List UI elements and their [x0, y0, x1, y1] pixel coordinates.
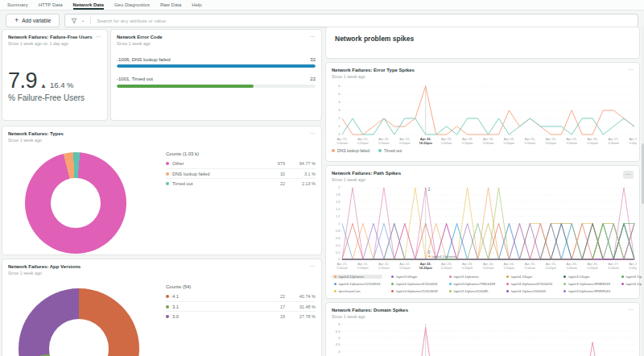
legend-label: /api/v4.1/login	[511, 275, 533, 279]
svg-text:5:00pm: 5:00pm	[545, 141, 556, 145]
legend-dot-icon	[391, 283, 394, 285]
legend-dot-icon	[621, 275, 624, 278]
bar-value: 22	[310, 77, 316, 81]
svg-text:5:00pm: 5:00pm	[462, 141, 473, 145]
panel-title: Network Failures: Path Spikes	[332, 171, 401, 176]
svg-text:3: 3	[338, 108, 341, 112]
tab-help[interactable]: Help	[192, 0, 201, 10]
panel-title: Network Failures: Types	[8, 131, 64, 136]
search-bar[interactable]: ⌄	[64, 14, 638, 27]
delta-value: 16.4 %	[50, 81, 74, 89]
legend-item[interactable]: Timed out	[378, 148, 402, 153]
legend-item[interactable]: /api/v3.0/phones/79824438	[447, 282, 497, 286]
legend-item[interactable]: /api/v3.1/phones	[447, 275, 497, 279]
tab-geo-diagnostics[interactable]: Geo Diagnostics	[114, 0, 150, 10]
legend-label: /api/v3.1/plans/100085	[453, 289, 488, 293]
toolbar: + Add variable ⌄	[0, 10, 644, 28]
svg-text:5:00pm: 5:00pm	[587, 141, 598, 145]
legend-label: /api/v3.0/phones/99999543	[568, 289, 610, 293]
legend-item[interactable]: /api/v3.0/phones/67424431	[504, 282, 555, 286]
legend-dot-icon	[564, 275, 566, 278]
row-percent: 40.74 %	[285, 294, 316, 299]
row-percent: 2.13 %	[285, 181, 316, 186]
panel-menu-icon[interactable]: ⋯	[310, 35, 316, 39]
delta-up-icon: ▲	[40, 82, 47, 89]
panel-menu-icon[interactable]: ⋯	[310, 264, 316, 269]
svg-text:Apr 26,: Apr 26,	[567, 262, 577, 266]
series-line	[342, 223, 634, 259]
table-row[interactable]: Other97994.77 %	[166, 159, 316, 168]
svg-text:5:00pm: 5:00pm	[357, 266, 369, 270]
svg-text:0.4: 0.4	[336, 242, 341, 246]
row-label: 4.1	[172, 294, 262, 299]
legend-item[interactable]: /api/v4.1/phones/67424431	[389, 282, 440, 286]
legend-item[interactable]: /api/v3.0/login	[389, 275, 440, 279]
row-label: 3.1	[172, 304, 262, 309]
svg-text:Apr 23,: Apr 23,	[462, 262, 473, 266]
table-row[interactable]: DNS lookup failed323.1 %	[166, 168, 316, 178]
bar-row[interactable]: -1006, DNS lookup failed32	[117, 57, 316, 68]
panel-subtitle: Since 1 week ago vs. 1 day ago	[8, 41, 93, 46]
series-line	[342, 223, 634, 259]
add-variable-button[interactable]: + Add variable	[6, 14, 60, 27]
panel-domain-spikes: Network Failures: Domain Spikes Since 1 …	[325, 302, 640, 356]
svg-text:5:00pm: 5:00pm	[357, 141, 369, 145]
bar-row[interactable]: -1001, Timed out22	[117, 77, 316, 88]
svg-text:4: 4	[338, 349, 341, 353]
legend-item[interactable]: /api/v4.1/phones	[332, 275, 382, 279]
table-row[interactable]: 3.01527.78 %	[166, 311, 316, 321]
filter-icon[interactable]	[71, 18, 77, 24]
legend-item[interactable]: /api/v3.1/phones/99989439	[561, 282, 612, 286]
legend-dot-icon	[166, 305, 169, 308]
legend-label: Timed out	[384, 148, 402, 153]
bar-fill	[117, 64, 316, 68]
legend-item[interactable]: /api/v3.1/plans/100043	[504, 289, 555, 293]
panel-menu-icon[interactable]: ⋯	[310, 131, 316, 136]
legend-dot-icon	[166, 315, 169, 318]
chevron-down-icon[interactable]: ⌄	[80, 18, 85, 23]
table-row[interactable]: 4.12240.74 %	[166, 292, 316, 301]
legend-dot-icon	[449, 283, 452, 285]
panel-network-error-code: Network Error Code Since 1 week ago ⋯ -1…	[110, 29, 322, 121]
chart-legend: DNS lookup failedTimed out	[332, 148, 634, 153]
svg-text:Apr 21,: Apr 21,	[336, 137, 347, 141]
legend-item[interactable]: /api/v3.1/plans/100001	[619, 282, 644, 286]
legend-item[interactable]: /purchaseCart	[332, 289, 382, 293]
legend-label: /api/v3.1/phones	[453, 275, 479, 279]
bar-label: -1006, DNS lookup failed	[117, 57, 171, 62]
panel-menu-icon[interactable]: ⋯	[628, 308, 634, 313]
legend-label: /api/v3.0/phones/12324633	[396, 289, 438, 293]
legend-item[interactable]: /api/v4.1/login	[504, 275, 555, 279]
tab-summary[interactable]: Summary	[7, 0, 28, 10]
panel-subtitle: Since 1 week ago	[332, 74, 415, 79]
svg-text:1.8: 1.8	[336, 192, 341, 197]
series-line	[342, 223, 634, 259]
legend-item[interactable]: /api/v3.1/plans/100085	[447, 289, 497, 293]
tab-raw-data[interactable]: Raw Data	[160, 0, 181, 10]
legend-dot-icon	[621, 283, 624, 285]
svg-text:Apr 26,: Apr 26,	[588, 137, 598, 141]
svg-text:5:00am: 5:00am	[525, 141, 536, 145]
legend-dot-icon	[564, 283, 566, 285]
svg-text:5:00pm: 5:00pm	[462, 266, 473, 270]
bar-list: -1006, DNS lookup failed32-1001, Timed o…	[117, 57, 316, 88]
table-row[interactable]: 3.11731.48 %	[166, 301, 316, 311]
legend-item[interactable]: /api/v4.1/phones/12324633	[332, 282, 382, 286]
legend-item[interactable]: /api/v3.1/login	[561, 275, 612, 279]
search-input[interactable]	[97, 19, 632, 23]
legend-label: /api/v4.1/phones/67424431	[396, 282, 438, 286]
legend-item[interactable]: DNS lookup failed	[332, 148, 369, 153]
panel-menu-icon[interactable]: ⋯	[628, 68, 634, 72]
series-line	[342, 223, 634, 259]
svg-text:5:00am: 5:00am	[441, 141, 452, 145]
panel-subtitle: Since 1 week ago	[117, 41, 163, 46]
legend-label: /api/v3.0/login	[396, 275, 418, 279]
legend-item[interactable]: /api/v3.1/phones/72324633	[619, 275, 644, 279]
tab-http-data[interactable]: HTTP Data	[39, 0, 63, 10]
table-row[interactable]: Timed out222.13 %	[166, 178, 316, 188]
panel-menu-icon[interactable]: ⋯	[96, 35, 102, 39]
legend-item[interactable]: /api/v3.0/phones/99999543	[561, 289, 612, 293]
panel-menu-icon[interactable]: ⋯	[623, 171, 634, 179]
legend-item[interactable]: /api/v3.0/phones/12324633	[389, 289, 440, 293]
tab-network-data[interactable]: Network Data	[73, 0, 104, 10]
